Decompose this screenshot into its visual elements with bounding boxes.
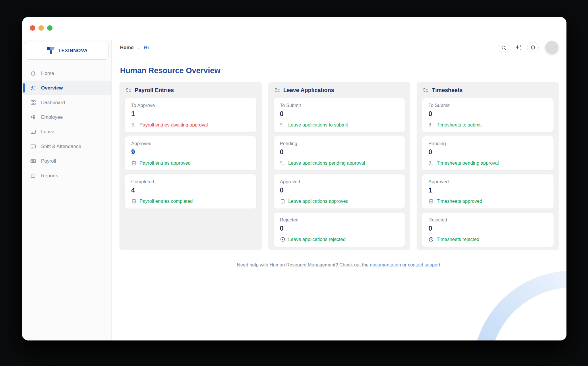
stat-link[interactable]: Leave applications rejected [280,237,399,242]
stat-tile: To Approve 1 Payroll entries awaiting ap… [125,98,257,133]
stat-link[interactable]: Leave applications approved [280,198,399,204]
page-title: Human Resource Overview [120,66,558,75]
brand-name: TEXINNOVA [58,48,88,54]
avatar[interactable] [545,41,558,54]
sidebar-collapse-button[interactable] [112,61,116,69]
sidebar-item-payroll[interactable]: Payroll [22,154,111,168]
texinnova-logo-icon [46,46,56,56]
stat-link[interactable]: Timesheets rejected [428,237,547,242]
stat-value: 1 [131,110,250,118]
stat-link-label: Leave applications approved [288,198,349,204]
breadcrumb-current[interactable]: Hr [144,45,149,50]
stat-value: 0 [428,225,547,232]
stat-link-label: Timesheets approved [437,198,482,204]
stat-card-body: To Submit 0 Timesheets to submit Pending… [422,98,554,247]
stat-card-header: Timesheets [423,87,553,94]
grid-icon [30,100,36,106]
stat-label: To Submit [280,103,399,108]
stat-link[interactable]: Timesheets to submit [428,122,547,128]
stat-card-title: Leave Applications [283,87,334,94]
documentation-link[interactable]: documentation [370,262,401,267]
checklist-icon [280,160,285,166]
contact-support-link[interactable]: contact support [408,262,440,267]
clipboard-icon [131,160,137,166]
brand-logo[interactable]: TEXINNOVA [25,42,109,60]
stat-link[interactable]: Payroll entries completed [131,198,250,204]
card-icon [30,143,36,149]
stat-label: Completed [131,179,250,184]
org-icon [30,114,36,120]
stat-card-header: Payroll Entries [126,87,256,94]
stat-tile: Approved 9 Payroll entries approved [125,136,257,171]
home-icon [30,70,36,76]
stat-tile: Approved 0 Leave applications approved [273,174,405,209]
stat-tile: Rejected 0 Leave applications rejected [273,212,405,247]
stat-value: 9 [131,148,250,156]
stat-card: Payroll Entries To Approve 1 Payroll ent… [119,82,262,250]
stat-link[interactable]: Payroll entries awaiting approval [131,122,250,128]
sidebar-item-label: Shift & Attendance [41,144,81,149]
stat-value: 0 [280,110,399,118]
stat-label: Approved [428,179,547,184]
checklist-icon [428,122,434,128]
bell-icon [530,45,536,51]
sidebar-item-reports[interactable]: Reports [22,168,111,183]
stat-link[interactable]: Payroll entries approved [131,160,250,166]
stat-tile: Pending 0 Leave applications pending app… [273,136,405,171]
stat-tile: Approved 1 Timesheets approved [422,174,554,209]
circle-x-icon [428,237,434,242]
checklist-icon [126,87,131,93]
stat-value: 0 [280,148,399,156]
stat-link-label: Timesheets pending approval [437,160,499,166]
stat-link-label: Timesheets to submit [437,122,481,128]
checklist-icon [428,160,434,166]
sidebar-item-employee[interactable]: Employee [22,110,111,124]
stat-label: Approved [280,179,399,184]
checklist-icon [280,122,285,128]
stat-card-title: Payroll Entries [135,87,174,94]
stat-card: Leave Applications To Submit 0 Leave app… [268,82,411,250]
sidebar-item-label: Payroll [41,158,56,164]
app-window: TEXINNOVA Home Overview Dashboard Employ… [22,17,566,340]
stat-label: Approved [131,141,250,146]
breadcrumb-home[interactable]: Home [120,45,134,50]
stat-link[interactable]: Timesheets approved [428,198,547,204]
stat-card-title: Timesheets [432,87,463,94]
help-text: Need help with Human Resource Management… [237,262,370,267]
search-button[interactable] [498,42,509,53]
sidebar-nav: Home Overview Dashboard Employee Leave S… [22,61,111,183]
stat-link-label: Leave applications rejected [288,237,346,242]
notifications-button[interactable] [527,42,539,53]
sidebar-item-label: Employee [41,114,63,120]
stat-tile: To Submit 0 Timesheets to submit [422,98,554,133]
clipboard-icon [280,198,285,204]
sidebar-item-shift-attendance[interactable]: Shift & Attendance [22,139,111,154]
clipboard-icon [428,198,434,204]
stat-link-label: Payroll entries awaiting approval [140,122,208,128]
breadcrumb: Home Hr [120,45,149,50]
stat-value: 4 [131,186,250,194]
sidebar-item-leave[interactable]: Leave [22,124,111,139]
stat-tile: Pending 0 Timesheets pending approval [422,136,554,171]
sidebar-item-overview[interactable]: Overview [22,81,111,95]
circle-x-icon [280,237,285,242]
sparkles-icon[interactable] [514,44,522,52]
stat-card: Timesheets To Submit 0 Timesheets to sub… [417,82,559,250]
sidebar-item-home[interactable]: Home [22,66,111,81]
decorative-ring [472,270,566,340]
main-area: Home Hr Human Resource Overview Payroll … [112,17,566,340]
stat-tile: To Submit 0 Leave applications to submit [273,98,405,133]
sidebar: TEXINNOVA Home Overview Dashboard Employ… [22,40,112,340]
minimize-window-button[interactable] [38,25,44,31]
maximize-window-button[interactable] [47,25,53,31]
sidebar-item-label: Reports [41,173,58,179]
stat-link-label: Leave applications pending approval [288,160,365,166]
sidebar-item-dashboard[interactable]: Dashboard [22,95,111,110]
stat-link[interactable]: Leave applications to submit [280,122,399,128]
stat-link[interactable]: Timesheets pending approval [428,160,547,166]
help-text-or: or [401,262,408,267]
stat-link[interactable]: Leave applications pending approval [280,160,399,166]
stat-value: 0 [280,225,399,232]
close-window-button[interactable] [30,25,35,31]
stat-link-label: Payroll entries approved [140,160,191,166]
